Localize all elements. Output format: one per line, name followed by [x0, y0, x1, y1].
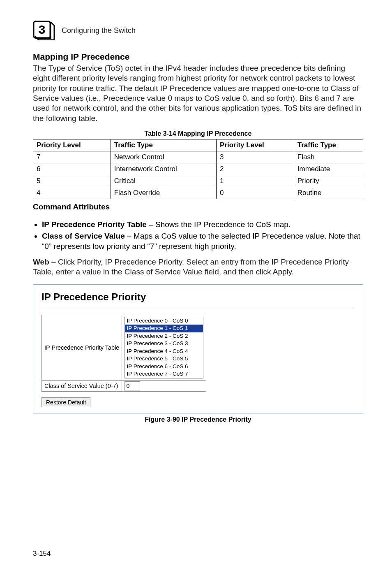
restore-default-button[interactable]: Restore Default — [42, 397, 90, 407]
cell: Network Control — [111, 151, 216, 163]
th-priority-level-2: Priority Level — [217, 139, 294, 151]
section-intro: The Type of Service (ToS) octet in the I… — [33, 63, 363, 123]
table-row: 6 Internetwork Control 2 Immediate — [33, 163, 363, 175]
page-header: 3 Configuring the Switch — [33, 21, 363, 40]
attr-label: Class of Service Value — [42, 232, 125, 240]
figure-caption: Figure 3-90 IP Precedence Priority — [33, 416, 363, 423]
page-number: 3-154 — [33, 550, 51, 558]
cell: Internetwork Control — [111, 163, 216, 175]
table-caption: Table 3-14 Mapping IP Precedence — [33, 130, 363, 137]
cell: 5 — [33, 175, 111, 187]
th-traffic-type-1: Traffic Type — [111, 139, 216, 151]
web-prefix: Web — [33, 258, 49, 266]
mapping-table: Priority Level Traffic Type Priority Lev… — [33, 139, 363, 199]
list-item: IP Precedence Priority Table – Shows the… — [42, 219, 363, 230]
figure-form-table: IP Precedence Priority Table IP Preceden… — [42, 315, 206, 392]
chapter-number-icon: 3 — [33, 21, 56, 40]
listbox-item[interactable]: IP Precedence 2 - CoS 2 — [125, 332, 203, 340]
table-row: 5 Critical 1 Priority — [33, 175, 363, 187]
cos-value-input[interactable] — [125, 381, 140, 390]
th-traffic-type-2: Traffic Type — [294, 139, 363, 151]
listbox-item[interactable]: IP Precedence 3 - CoS 3 — [125, 340, 203, 348]
figure-panel: IP Precedence Priority IP Precedence Pri… — [33, 284, 363, 413]
cell: Critical — [111, 175, 216, 187]
divider — [42, 307, 355, 307]
figure-panel-title: IP Precedence Priority — [42, 291, 355, 303]
table-row: 4 Flash Override 0 Routine — [33, 187, 363, 199]
cell: 2 — [217, 163, 294, 175]
chapter-title: Configuring the Switch — [62, 26, 136, 35]
web-text: – Click Priority, IP Precedence Priority… — [33, 258, 349, 276]
section-title: Mapping IP Precedence — [33, 52, 363, 62]
cell: Priority — [294, 175, 363, 187]
ip-precedence-listbox[interactable]: IP Precedence 0 - CoS 0 IP Precedence 1 … — [125, 317, 203, 378]
cell: Flash — [294, 151, 363, 163]
cell: Routine — [294, 187, 363, 199]
cell: 6 — [33, 163, 111, 175]
command-attributes-list: IP Precedence Priority Table – Shows the… — [33, 219, 363, 251]
cell: 4 — [33, 187, 111, 199]
form-row-label: Class of Service Value (0-7) — [42, 380, 122, 391]
table-row: 7 Network Control 3 Flash — [33, 151, 363, 163]
listbox-item[interactable]: IP Precedence 1 - CoS 1 — [125, 325, 203, 332]
cell: 3 — [217, 151, 294, 163]
form-row-label: IP Precedence Priority Table — [42, 315, 122, 380]
cell: 0 — [217, 187, 294, 199]
cell: Immediate — [294, 163, 363, 175]
web-instructions: Web – Click Priority, IP Precedence Prio… — [33, 257, 363, 277]
listbox-item[interactable]: IP Precedence 0 - CoS 0 — [125, 317, 203, 325]
attr-desc: – Shows the IP Precedence to CoS map. — [147, 220, 291, 229]
listbox-item[interactable]: IP Precedence 5 - CoS 5 — [125, 355, 203, 363]
list-item: Class of Service Value – Maps a CoS valu… — [42, 231, 363, 251]
cell: Flash Override — [111, 187, 216, 199]
listbox-item[interactable]: IP Precedence 4 - CoS 4 — [125, 348, 203, 355]
chapter-number-text: 3 — [39, 23, 46, 36]
listbox-item[interactable]: IP Precedence 7 - CoS 7 — [125, 370, 203, 378]
command-attributes-heading: Command Attributes — [33, 202, 363, 211]
listbox-item[interactable]: IP Precedence 6 - CoS 6 — [125, 363, 203, 371]
cell: 1 — [217, 175, 294, 187]
cell: 7 — [33, 151, 111, 163]
th-priority-level-1: Priority Level — [33, 139, 111, 151]
attr-label: IP Precedence Priority Table — [42, 220, 147, 229]
